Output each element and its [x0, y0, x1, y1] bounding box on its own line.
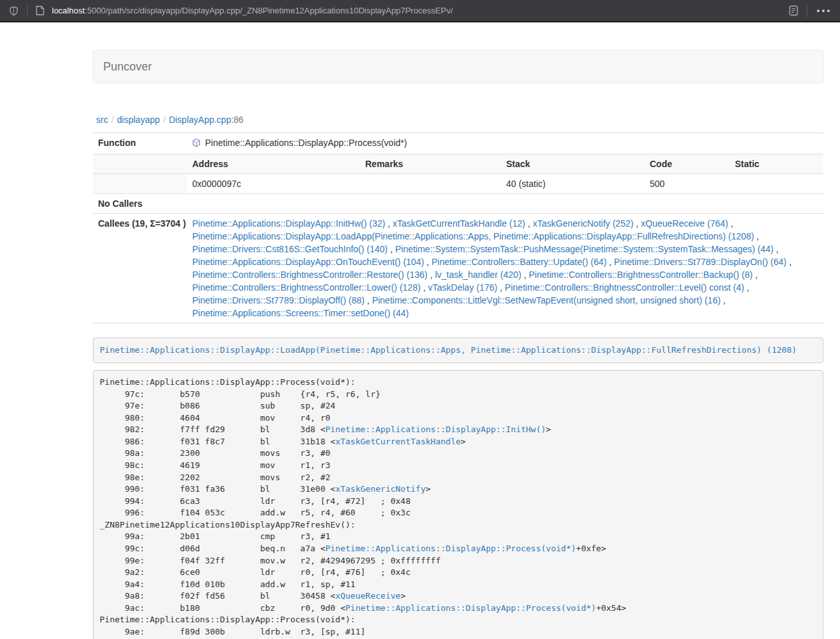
address-value: 0x0000097c: [187, 174, 360, 194]
callees-cell: Pinetime::Applications::DisplayApp::Init…: [187, 214, 823, 323]
col-address: Address: [187, 154, 360, 174]
page-icon[interactable]: [33, 3, 47, 18]
disasm-symbol-link[interactable]: Pinetime::Applications::DisplayApp::Proc…: [345, 603, 596, 613]
breadcrumb-line-number: :86: [231, 115, 243, 125]
stack-value: 40 (static): [501, 174, 645, 194]
col-remarks: Remarks: [360, 154, 501, 174]
chrome-divider: [27, 4, 28, 17]
loadapp-code-box: Pinetime::Applications::DisplayApp::Load…: [93, 337, 823, 363]
callee-link[interactable]: Pinetime::Controllers::BrightnessControl…: [529, 270, 752, 280]
callee-link[interactable]: xQueueReceive (764): [641, 218, 728, 229]
function-name: Pinetime::Applications::DisplayApp::Proc…: [205, 138, 407, 148]
static-value: [730, 174, 823, 194]
col-stack: Stack: [501, 154, 645, 174]
callee-link[interactable]: Pinetime::Applications::DisplayApp::OnTo…: [192, 257, 424, 267]
url-path: :5000/path/src/displayapp/DisplayApp.cpp…: [85, 6, 453, 15]
breadcrumb: src/displayapp/DisplayApp.cpp:86: [96, 113, 823, 126]
function-row: Function Pinetime::Applications::Display…: [93, 133, 823, 154]
browser-chrome: localhost:5000/path/src/displayapp/Displ…: [0, 0, 840, 22]
breadcrumb-link[interactable]: src: [96, 115, 108, 125]
callee-link[interactable]: lv_task_handler (420): [435, 270, 522, 280]
breadcrumb-separator: /: [111, 115, 114, 125]
loadapp-symbol-link[interactable]: Pinetime::Applications::DisplayApp::Load…: [100, 345, 797, 355]
callee-link[interactable]: Pinetime::Applications::Screens::Timer::…: [192, 308, 409, 318]
menu-icon[interactable]: [813, 10, 834, 12]
disassembly-box: Pinetime::Applications::DisplayApp::Proc…: [93, 370, 823, 639]
symbol-detail-row: Address Remarks Stack Code Static 0x0000…: [93, 154, 823, 194]
callee-link[interactable]: Pinetime::System::SystemTask::PushMessag…: [395, 244, 774, 254]
url-bar[interactable]: localhost:5000/path/src/displayapp/Displ…: [52, 6, 786, 15]
breadcrumb-link[interactable]: displayapp: [117, 115, 160, 125]
callee-link[interactable]: Pinetime::Applications::DisplayApp::Load…: [192, 231, 754, 241]
symbol-table: Function Pinetime::Applications::Display…: [93, 133, 823, 323]
disasm-symbol-link[interactable]: xTaskGenericNotify: [335, 484, 425, 494]
callee-link[interactable]: Pinetime::Controllers::BrightnessControl…: [192, 270, 427, 280]
breadcrumb-link[interactable]: DisplayApp.cpp: [169, 115, 231, 125]
callee-link[interactable]: Pinetime::Controllers::Battery::Update()…: [432, 257, 607, 267]
callee-link[interactable]: Pinetime::Components::LittleVgl::SetNewT…: [372, 295, 721, 305]
remarks-value: [360, 174, 501, 194]
callee-link[interactable]: Pinetime::Applications::DisplayApp::Init…: [192, 218, 385, 229]
url-host: localhost: [52, 6, 85, 15]
callees-row: Callees (19, Σ=3704 ) Pinetime::Applicat…: [93, 214, 823, 323]
code-value: 500: [645, 174, 730, 194]
value-spacer: [93, 174, 187, 194]
callees-label: Callees (19, Σ=3704 ): [93, 214, 187, 323]
function-name-cell: Pinetime::Applications::DisplayApp::Proc…: [187, 133, 823, 154]
callee-link[interactable]: vTaskDelay (176): [428, 282, 497, 293]
col-code: Code: [645, 154, 730, 174]
main-content: Puncover src/displayapp/DisplayApp.cpp:8…: [93, 50, 823, 639]
callee-link[interactable]: Pinetime::Controllers::BrightnessControl…: [505, 282, 744, 293]
shield-icon[interactable]: [6, 3, 21, 19]
callee-link[interactable]: Pinetime::Drivers::St7789::DisplayOn() (…: [614, 257, 786, 267]
disasm-symbol-link[interactable]: xTaskGetCurrentTaskHandle: [335, 437, 461, 446]
callee-link[interactable]: Pinetime::Drivers::Cst816S::GetTouchInfo…: [192, 244, 388, 254]
callee-link[interactable]: Pinetime::Controllers::BrightnessControl…: [192, 282, 420, 293]
col-static: Static: [730, 154, 823, 174]
cube-icon: [192, 138, 201, 150]
callee-link[interactable]: xTaskGenericNotify (252): [532, 218, 633, 229]
brand-link[interactable]: Puncover: [103, 60, 152, 73]
disasm-symbol-link[interactable]: Pinetime::Applications::DisplayApp::Init…: [325, 425, 546, 434]
symbol-detail-table: Address Remarks Stack Code Static 0x0000…: [93, 154, 823, 193]
reader-mode-icon[interactable]: [786, 3, 801, 19]
chrome-divider: [807, 4, 807, 17]
callee-link[interactable]: xTaskGetCurrentTaskHandle (12): [393, 218, 525, 229]
no-callers-label: No Callers: [93, 194, 187, 214]
no-callers-row: No Callers: [93, 194, 823, 214]
disasm-symbol-link[interactable]: xQueueReceive: [335, 591, 400, 601]
breadcrumb-separator: /: [163, 115, 166, 125]
detail-header-row: Address Remarks Stack Code Static: [93, 154, 823, 174]
no-callers-cell: [187, 194, 823, 214]
disasm-symbol-link[interactable]: Pinetime::Applications::DisplayApp::Proc…: [325, 544, 576, 553]
navbar: Puncover: [93, 50, 823, 83]
callee-link[interactable]: Pinetime::Drivers::St7789::DisplayOff() …: [192, 295, 365, 305]
header-spacer: [93, 154, 187, 174]
function-label: Function: [93, 133, 187, 154]
detail-value-row: 0x0000097c 40 (static) 500: [93, 174, 823, 194]
